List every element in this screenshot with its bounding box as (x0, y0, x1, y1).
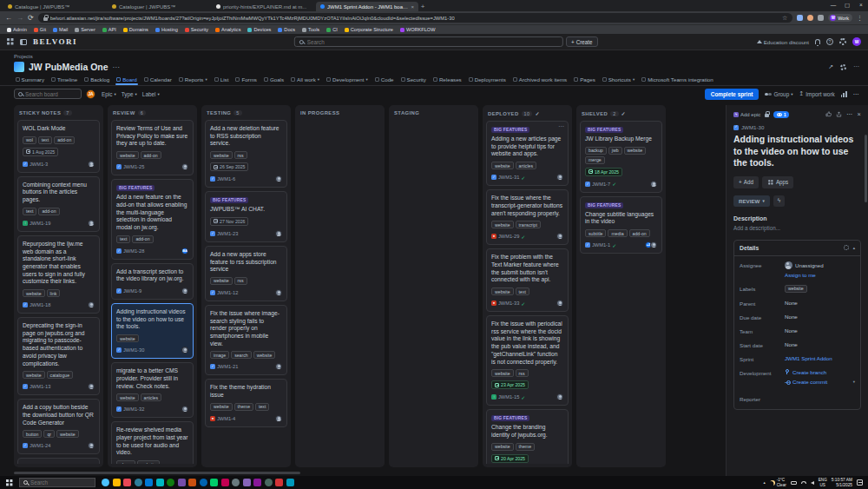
assignee-avatar[interactable] (556, 233, 563, 240)
thumbs-up-icon[interactable] (825, 111, 832, 117)
browser-tab[interactable]: priority-hints/EXPLAINER.md at m... (212, 2, 314, 11)
filter-type-dropdown[interactable]: Type▾ (120, 91, 139, 97)
issue-key[interactable]: JWM1-30 (741, 124, 764, 130)
board-card[interactable]: Fix the issue where image-search styling… (205, 305, 287, 376)
dev-link-row[interactable]: Create branch (785, 369, 855, 375)
bookmark-item[interactable]: Hosting (155, 27, 178, 32)
filter-label-dropdown[interactable]: Label▾ (141, 91, 161, 97)
dev-link-row[interactable]: Create commit▾ (785, 379, 855, 385)
tab-calendar[interactable]: Calendar (141, 73, 174, 85)
tab-close-icon[interactable]: × (411, 4, 414, 10)
tab-timeline[interactable]: Timeline (48, 73, 80, 85)
assignee-avatar[interactable] (88, 301, 95, 308)
board-search[interactable] (14, 89, 82, 99)
battery-icon[interactable] (791, 481, 797, 485)
watchers-badge[interactable]: 1 (773, 111, 789, 118)
board-card[interactable]: Deprecating the sign-in page on jwpubs.o… (17, 317, 100, 395)
taskbar-app-icon[interactable] (167, 479, 174, 486)
board-card[interactable]: ⋯BIG FEATURESAdding a new articles page … (486, 121, 569, 186)
actions-lightning-button[interactable]: ϟ (773, 195, 785, 207)
tab-development[interactable]: Development▾ (324, 73, 372, 85)
assignee-avatar[interactable] (275, 289, 282, 296)
bookmark-item[interactable]: Domains (123, 27, 148, 32)
window-minimize-button[interactable]: — (826, 0, 840, 10)
assignee-avatar[interactable] (181, 287, 188, 294)
extension-icon[interactable] (797, 15, 803, 21)
project-settings-icon[interactable] (840, 64, 846, 70)
taskbar-search-input[interactable] (30, 479, 91, 486)
board-card[interactable]: Repurposing the ljw.me web domain as a s… (17, 235, 100, 314)
workspace-logo[interactable]: BELVORI (33, 37, 77, 46)
taskbar-app-icon[interactable] (113, 479, 121, 486)
app-switcher-icon[interactable] (7, 38, 14, 45)
assignee-avatar[interactable] (275, 230, 282, 237)
taskbar-app-icon[interactable] (200, 479, 207, 486)
bookmark-item[interactable]: Corporate Structure (345, 27, 393, 32)
board-card[interactable]: BIG FEATURESJWPUBS™ AI CHAT.27 Nov 2026✓… (205, 191, 287, 242)
dev-link[interactable]: Create commit (792, 379, 827, 385)
global-search[interactable] (294, 36, 563, 47)
tab-list[interactable]: List (211, 73, 232, 85)
browser-tab[interactable]: Cataloguer | JWPUBS™ (108, 2, 210, 11)
tab-releases[interactable]: Releases (430, 73, 464, 85)
panel-more-icon[interactable]: ⋯ (846, 110, 853, 118)
notification-center-icon[interactable] (857, 479, 863, 486)
taskbar-app-icon[interactable] (188, 479, 196, 486)
bookmark-item[interactable]: Mail (53, 27, 68, 32)
extensions-puzzle-icon[interactable] (818, 15, 824, 21)
card-menu-icon[interactable]: ⋯ (558, 123, 564, 130)
taskbar-app-icon[interactable] (210, 479, 218, 486)
assignee-avatar[interactable] (556, 393, 563, 400)
tab-summary[interactable]: Summary (12, 73, 47, 85)
board-card[interactable]: Fix the theme hydration issuewebsitethem… (205, 379, 287, 426)
board-card[interactable]: BIG FEATURESChange the branding identity… (486, 409, 569, 464)
board-card[interactable]: Add a new apps store feature to rss subs… (205, 246, 287, 301)
bookmark-item[interactable]: Analytics (215, 27, 240, 32)
board-card[interactable]: Fix the problem with the Text Marker fea… (486, 248, 569, 312)
board-card[interactable]: WOL Dark Modewoltextadd-on1 Aug 2025✓JWM… (17, 120, 100, 173)
board-card[interactable]: Review Terms of Use and Privacy Policy t… (111, 120, 194, 175)
taskbar-app-icon[interactable] (253, 479, 261, 486)
settings-gear-icon[interactable] (839, 38, 846, 45)
browser-profile[interactable]: W Work (828, 14, 852, 22)
tab-forms[interactable]: Forms (233, 73, 260, 85)
bookmark-item[interactable]: Tools (302, 27, 319, 32)
global-search-input[interactable] (307, 39, 558, 45)
assignee-avatar[interactable] (88, 220, 95, 227)
assignee-avatar[interactable] (556, 174, 563, 181)
taskbar-app-icon[interactable] (178, 479, 186, 486)
start-button-icon[interactable] (6, 479, 13, 486)
volume-icon[interactable] (811, 481, 814, 485)
add-button[interactable]: +Add (733, 176, 759, 188)
board-card[interactable]: Re-review shelved media player project f… (111, 421, 194, 464)
taskbar-app-icon[interactable] (243, 479, 251, 486)
assignee-avatar[interactable] (275, 415, 282, 422)
assignee-avatar[interactable] (275, 363, 282, 370)
assignee-avatar[interactable] (556, 300, 563, 307)
chevron-up-icon[interactable]: ▴ (853, 246, 855, 250)
taskbar-app-icon[interactable] (135, 479, 142, 486)
weather-widget[interactable]: -1°CClear (770, 478, 786, 487)
board-card[interactable]: Fix the issue where the transcript-gener… (486, 189, 569, 245)
new-tab-button[interactable]: + (418, 3, 427, 11)
bookmark-item[interactable]: CI (326, 27, 338, 32)
expand-icon[interactable]: ↗ (828, 63, 833, 70)
panel-close-icon[interactable]: × (858, 110, 861, 118)
taskbar-app-icon[interactable] (275, 479, 283, 486)
assignee-avatar[interactable]: BA (181, 248, 188, 254)
board-more-icon[interactable]: ⋯ (853, 90, 860, 98)
taskbar-search[interactable] (19, 478, 95, 487)
window-close-button[interactable]: × (854, 0, 868, 10)
project-header-more-icon[interactable]: ⋯ (853, 63, 859, 70)
wifi-icon[interactable] (801, 481, 806, 484)
apps-button[interactable]: Apps (762, 176, 793, 188)
assignee-avatar[interactable] (88, 161, 95, 168)
complete-sprint-button[interactable]: Complete sprint (705, 89, 760, 100)
tab-archived-work-items[interactable]: Archived work items (510, 73, 569, 85)
board-search-input[interactable] (25, 91, 77, 97)
refresh-button[interactable]: ⟳ (28, 15, 34, 22)
details-settings-icon[interactable] (844, 245, 849, 250)
project-more-icon[interactable]: ⋯ (113, 63, 120, 71)
assignee-avatar[interactable] (88, 442, 95, 449)
assignee-avatar[interactable] (181, 347, 188, 354)
